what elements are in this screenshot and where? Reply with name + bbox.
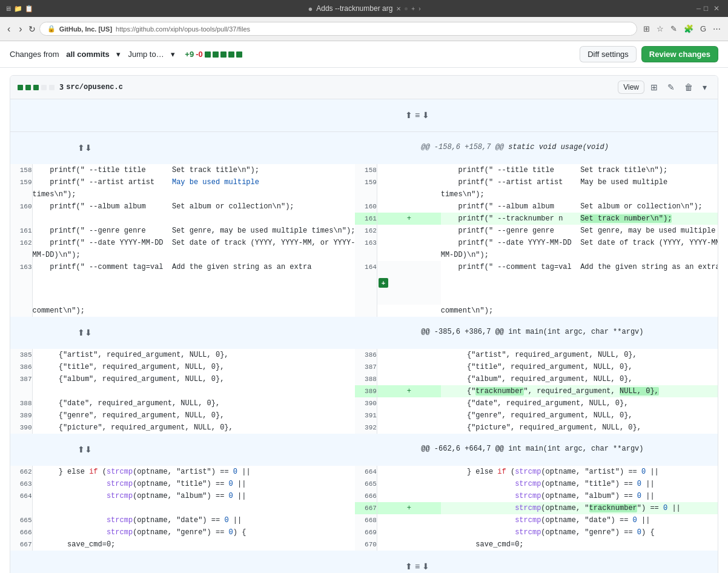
desktop-icon-button[interactable]: ⊞ xyxy=(647,81,661,94)
stat-block-2 xyxy=(213,51,219,58)
grammarly-button[interactable]: G xyxy=(698,23,709,35)
diff-row-added: 667 + strcmp(optname, "tracknumber") == … xyxy=(10,502,718,514)
diff-wrapper: ⬆ ≡ ⬇ ⬆⬇ @@ -158,6 +158,7 @@ static void… xyxy=(10,99,718,573)
toolbar-right: Diff settings Review changes xyxy=(580,46,718,62)
stat-block-1 xyxy=(205,51,211,58)
add-marker: + xyxy=(377,213,440,225)
diff-table: ⬆ ≡ ⬇ ⬆⬇ @@ -158,6 +158,7 @@ static void… xyxy=(10,99,718,573)
expand-up-button[interactable]: ⬆ ≡ ⬇ xyxy=(404,110,431,120)
left-line-num: 158 xyxy=(10,164,32,176)
stat-block-5 xyxy=(236,51,242,58)
commits-dropdown-arrow: ▾ xyxy=(116,50,121,59)
expand-row-top: ⬆ ≡ ⬇ xyxy=(10,99,718,132)
diff-row: 667 save_cmd=0; 670 save_cmd=0; xyxy=(10,538,718,551)
diff-settings-button[interactable]: Diff settings xyxy=(580,46,637,62)
left-line-content: printf(" --title title Set track title\n… xyxy=(32,164,355,176)
right-line-num: 158 xyxy=(355,164,377,176)
window-title: Adds --tracknumber arg xyxy=(316,4,392,13)
diff-row: 386 {"title", required_argument, NULL, 0… xyxy=(10,361,718,373)
extensions-button[interactable]: 🧩 xyxy=(681,23,696,35)
expand-down-button[interactable]: ⬆ ≡ ⬇ xyxy=(404,561,431,571)
commits-all: all commits xyxy=(66,50,110,59)
toolbar: Changes from all commits ▾ Jump to… ▾ +9… xyxy=(0,41,728,68)
nav-bar: ‹ › ↻ 🔒 GitHub, Inc. [US] https://github… xyxy=(0,17,728,41)
lock-icon: 🔒 xyxy=(47,25,56,33)
deletions-count: -0 xyxy=(196,50,203,59)
minimize-button[interactable]: ─ xyxy=(695,4,702,13)
view-file-button[interactable]: View xyxy=(618,81,644,94)
diff-row-added: 389 + {"tracknumber", required_argument,… xyxy=(10,385,718,397)
stat-block-3 xyxy=(220,51,227,58)
diff-row-added: 161 + printf(" --tracknumber n Set track… xyxy=(10,213,718,225)
expand-row-bottom: ⬆ ≡ ⬇ xyxy=(10,551,718,573)
diff-stats: +9 -0 xyxy=(185,50,242,59)
diff-row-cont: comment\n"); comment\n"); xyxy=(10,305,718,317)
forward-button[interactable]: › xyxy=(16,22,24,36)
additions-count: +9 xyxy=(185,50,194,59)
nav-extras: ⊞ ☆ ✎ 🧩 G ⋯ xyxy=(641,23,723,35)
diff-row: 158 printf(" --title title Set track tit… xyxy=(10,164,718,176)
hunk1-header-text: @@ -158,6 +158,7 @@ xyxy=(421,143,508,151)
collapse-file-button[interactable]: ▾ xyxy=(699,81,710,94)
url-site: GitHub, Inc. [US] xyxy=(59,25,112,33)
file-actions: View ⊞ ✎ 🗑 ▾ xyxy=(618,81,710,94)
more-button[interactable]: ⋯ xyxy=(710,23,723,35)
diff-row: 387 {"album", required_argument, NULL, 0… xyxy=(10,373,718,385)
file-stat-gray-1 xyxy=(41,85,47,90)
diff-row: 160 printf(" --album album Set album or … xyxy=(10,200,718,213)
right-line-content: printf(" --title title Set track title\n… xyxy=(441,164,718,176)
diff-row: 390 {"picture", required_argument, NULL,… xyxy=(10,422,718,434)
diff-row: 663 strcmp(optname, "title") == 0 || 665… xyxy=(10,478,718,490)
commits-dropdown[interactable]: Changes from all commits ▾ xyxy=(10,50,121,59)
jump-to-arrow: ▾ xyxy=(171,50,175,59)
expand-row-3: ⬆⬇ @@ -662,6 +664,7 @@ int main(int argc… xyxy=(10,434,718,466)
commits-label: Changes from xyxy=(10,50,59,59)
diff-row: 388 {"date", required_argument, NULL, 0}… xyxy=(10,397,718,409)
inline-add-button[interactable]: + xyxy=(379,278,388,288)
reader-view-button[interactable]: ⊞ xyxy=(641,23,652,35)
diff-row: 666 strcmp(optname, "genre") == 0) { 669… xyxy=(10,526,718,538)
jump-to-dropdown[interactable]: Jump to… ▾ xyxy=(128,50,175,59)
maximize-button[interactable]: ☐ xyxy=(702,4,710,13)
review-changes-button[interactable]: Review changes xyxy=(641,46,718,62)
file-stat-green-3 xyxy=(33,85,39,90)
hunk2-expand-icon[interactable]: ⬆⬇ xyxy=(76,328,93,337)
back-button[interactable]: ‹ xyxy=(5,22,13,36)
hunk3-expand-icon[interactable]: ⬆⬇ xyxy=(76,445,93,454)
github-page: Changes from all commits ▾ Jump to… ▾ +9… xyxy=(0,41,728,573)
diff-row: 389 {"genre", required_argument, NULL, 0… xyxy=(10,409,718,422)
expand-row-2: ⬆⬇ @@ -385,6 +386,7 @@ int main(int argc… xyxy=(10,317,718,349)
hunk1-expand-icon[interactable]: ⬆⬇ xyxy=(76,143,93,153)
diff-row-cont: times\n"); times\n"); xyxy=(10,188,718,200)
url-bar[interactable]: 🔒 GitHub, Inc. [US] https://github.com/x… xyxy=(39,22,637,36)
diff-row: 662 } else if (strcmp(optname, "artist")… xyxy=(10,466,718,478)
edit-file-button[interactable]: ✎ xyxy=(664,81,678,94)
diff-row-cont: MM-DD)\n"); MM-DD)\n"); xyxy=(10,249,718,261)
file-container: 3 src/opusenc.c View ⊞ ✎ 🗑 ▾ ⬆ ≡ ⬇ xyxy=(10,75,718,573)
diff-row: 665 strcmp(optname, "date") == 0 || 668 … xyxy=(10,514,718,526)
diff-row: 159 printf(" --artist artist May be used… xyxy=(10,176,718,188)
bookmark-button[interactable]: ☆ xyxy=(654,23,666,35)
line-marker xyxy=(377,164,440,176)
diff-row: 162 printf(" --date YYYY-MM-DD Set date … xyxy=(10,237,718,249)
file-stat-count: 3 xyxy=(59,83,64,91)
hunk3-header-text: @@ -662,6 +664,7 @@ xyxy=(421,445,508,453)
window-titlebar: 🖥 📁 📋 ● Adds --tracknumber arg ✕ + › ─ ☐… xyxy=(0,0,728,17)
jump-to-label: Jump to… xyxy=(128,50,164,59)
reload-button[interactable]: ↻ xyxy=(28,24,36,34)
file-stat-green-1 xyxy=(18,85,23,90)
diff-row: 385 {"artist", required_argument, NULL, … xyxy=(10,349,718,361)
stat-block-4 xyxy=(228,51,234,58)
diff-row: 161 printf(" --genre genre Set genre, ma… xyxy=(10,225,718,237)
profile-button[interactable]: ✎ xyxy=(668,23,680,35)
hunk2-header-text: @@ -385,6 +386,7 @@ xyxy=(421,328,508,336)
diff-row: 163 printf(" --comment tag=val Add the g… xyxy=(10,261,718,305)
file-header: 3 src/opusenc.c View ⊞ ✎ 🗑 ▾ xyxy=(10,76,718,99)
file-stat-green-2 xyxy=(25,85,31,90)
url-path: https://github.com/xiph/opus-tools/pull/… xyxy=(116,25,250,33)
hunk1-header: ⬆⬇ @@ -158,6 +158,7 @@ static void usage… xyxy=(10,132,718,165)
delete-file-button[interactable]: 🗑 xyxy=(681,81,697,94)
diff-row: 664 strcmp(optname, "album") == 0 || 666… xyxy=(10,490,718,502)
close-button[interactable]: ✕ xyxy=(710,3,723,14)
file-stat-gray-2 xyxy=(49,85,55,90)
